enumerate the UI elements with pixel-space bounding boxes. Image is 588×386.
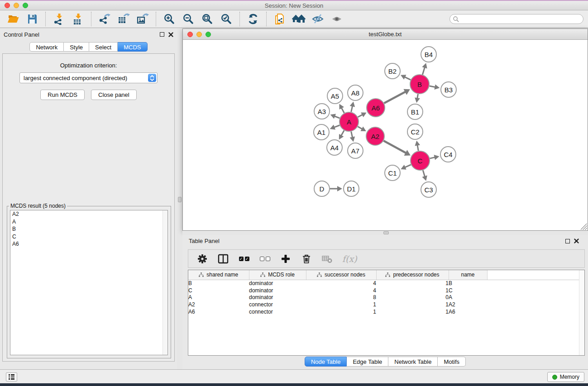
zoom-selected-button[interactable] [217,12,236,26]
table-scrollbar[interactable] [579,270,584,355]
tab-network[interactable]: Network [29,42,64,52]
delete-table-button[interactable] [321,253,333,265]
function-builder-button[interactable]: f(x) [342,253,357,265]
table-cell[interactable]: C [188,287,249,294]
table-row[interactable]: A6connector11A6 [188,308,580,315]
tab-select[interactable]: Select [89,42,118,52]
table-cell[interactable]: dominator [249,287,306,294]
graph-edge-A-A4[interactable] [341,130,344,136]
table-cell[interactable]: 1 [306,301,376,308]
table-cell[interactable]: 0 [376,294,449,301]
table-row[interactable]: Bdominator41B [188,280,580,287]
add-column-button[interactable] [280,253,292,265]
mcds-result-item[interactable]: C [10,233,167,241]
graph-edge-B-B1[interactable] [417,94,418,99]
horizontal-splitter-handle[interactable] [383,231,389,234]
table-cell[interactable]: 1 [376,287,449,294]
clone-network-button[interactable] [270,12,289,26]
mcds-result-item[interactable]: A2 [10,210,167,218]
deselect-all-checkbox-button[interactable] [259,253,271,265]
table-row[interactable]: A2connector11A2 [188,301,580,308]
table-cell[interactable]: 8 [306,294,376,301]
horizontal-splitter[interactable] [182,231,588,235]
vertical-splitter[interactable] [177,29,182,369]
column-header-shared-name[interactable]: shared name [188,270,249,280]
table-cell[interactable]: A [188,294,249,301]
run-mcds-button[interactable]: Run MCDS [40,90,85,100]
tab-motifs[interactable]: Motifs [438,357,466,367]
import-table-button[interactable] [68,12,87,26]
mcds-list-scrollbar[interactable] [163,210,167,355]
graph-edge-B-B4[interactable] [422,67,425,75]
network-canvas[interactable]: B4B2BB3A5A8A6A3B1AA1C2A2A4A7C4CC1C3DD1 [183,40,588,230]
mcds-result-item[interactable]: B [10,225,167,233]
tab-network-table[interactable]: Network Table [388,357,438,367]
table-cell[interactable]: connector [249,308,306,315]
hide-details-button[interactable] [308,12,327,26]
export-table-button[interactable] [114,12,133,26]
column-header-successor-nodes[interactable]: successor nodes [306,270,376,280]
table-cell[interactable]: dominator [249,280,306,287]
graph-edge-A-A8[interactable] [351,106,353,112]
graph-edge-C-C2[interactable] [417,145,418,151]
refresh-layout-button[interactable] [244,12,263,26]
tab-edge-table[interactable]: Edge Table [347,357,388,367]
graph-edge-B-B3[interactable] [430,86,435,87]
graph-edge-A-A6[interactable] [358,114,362,117]
task-history-button[interactable] [6,372,17,381]
float-panel-icon[interactable] [160,32,164,37]
table-row[interactable]: Adominator80A [188,294,580,301]
save-session-button[interactable] [23,12,42,26]
graph-edge-A-A7[interactable] [351,131,353,137]
home-button[interactable] [289,12,308,26]
graph-edge-A6-B[interactable] [384,92,406,103]
network-window-titlebar[interactable]: testGlobe.txt [183,29,588,40]
open-session-button[interactable] [4,12,23,26]
table-cell[interactable]: A6 [188,308,249,315]
graph-edge-A2-C[interactable] [383,141,406,153]
node-table-grid[interactable]: shared nameMCDS rolesuccessor nodesprede… [188,270,580,315]
zoom-out-button[interactable] [179,12,198,26]
graph-edge-A-A1[interactable] [334,125,339,128]
tab-style[interactable]: Style [64,42,89,52]
vertical-splitter-handle[interactable] [178,197,182,202]
export-image-button[interactable] [133,12,152,26]
table-close-panel-icon[interactable] [574,238,579,243]
table-cell[interactable]: 1 [306,308,376,315]
table-cell[interactable]: 4 [306,287,376,294]
graph-edge-A-A2[interactable] [358,127,362,129]
window-resize-grip[interactable] [581,224,587,230]
column-header-MCDS-role[interactable]: MCDS role [249,270,306,280]
optimization-criterion-select[interactable]: largest connected component (directed) [19,72,158,83]
graph-edge-C-C1[interactable] [405,165,411,167]
table-cell[interactable]: 1 [376,280,449,287]
table-cell[interactable]: C [449,287,487,294]
graph-edge-B-B2[interactable] [405,77,411,80]
table-cell[interactable]: B [188,280,249,287]
column-header-predecessor-nodes[interactable]: predecessor nodes [376,270,449,280]
mcds-result-list[interactable]: A2ABCA6 [10,210,168,355]
table-cell[interactable]: dominator [249,294,306,301]
search-field[interactable] [449,14,583,24]
tab-mcds[interactable]: MCDS [118,42,147,52]
mcds-result-item[interactable]: A [10,218,167,226]
table-cell[interactable]: A [449,294,487,301]
table-float-panel-icon[interactable] [565,239,570,243]
table-cell[interactable]: B [449,280,487,287]
column-header-name[interactable]: name [449,270,487,280]
table-settings-gear-button[interactable] [196,253,208,265]
table-row[interactable]: Cdominator41C [188,287,580,294]
memory-button[interactable]: Memory [547,372,584,382]
table-cell[interactable]: A2 [188,301,249,308]
column-layout-button[interactable] [217,253,229,265]
table-cell[interactable]: 4 [306,280,376,287]
import-network-button[interactable] [49,12,68,26]
table-cell[interactable]: connector [249,301,306,308]
zoom-in-button[interactable] [160,12,179,26]
select-all-checkbox-button[interactable]: ✓✓ [238,253,250,265]
export-network-button[interactable] [95,12,114,26]
close-panel-button[interactable]: Close panel [91,90,137,100]
graph-edge-A-A3[interactable] [335,116,339,118]
graph-edge-A-A5[interactable] [341,108,344,113]
table-cell[interactable]: A6 [449,308,487,315]
